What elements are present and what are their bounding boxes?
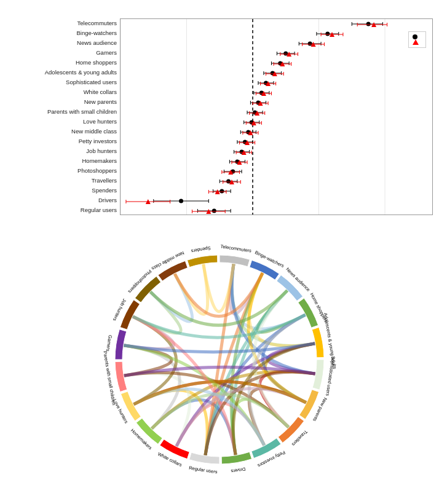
y-label-0: Telecommuters xyxy=(6,18,117,28)
svg-point-32 xyxy=(283,52,288,56)
svg-point-136 xyxy=(226,179,231,184)
legend-dot-black xyxy=(413,34,417,39)
figure-container: TelecommutersBinge-watchersNews audience… xyxy=(0,0,439,495)
svg-point-152 xyxy=(179,199,183,203)
y-label-18: Drivers xyxy=(6,195,117,205)
y-label-8: New parents xyxy=(6,97,117,107)
chord-center xyxy=(123,263,316,456)
svg-point-160 xyxy=(212,209,216,213)
chart-body: TelecommutersBinge-watchersNews audience… xyxy=(6,18,433,215)
y-label-19: Regular users xyxy=(6,205,117,215)
y-label-11: New middle class xyxy=(6,127,117,136)
y-label-3: Gamers xyxy=(6,48,117,58)
y-label-13: Job hunters xyxy=(6,146,117,156)
svg-point-16 xyxy=(325,32,330,36)
y-label-9: Parents with small children xyxy=(6,107,117,117)
y-axis-labels: TelecommutersBinge-watchersNews audience… xyxy=(6,18,120,215)
svg-point-144 xyxy=(220,189,224,194)
chord-label-0: Telecommuters xyxy=(220,243,252,253)
legend-triangle-red xyxy=(413,39,419,45)
y-label-12: Petty investors xyxy=(6,136,117,146)
legend-item-2 xyxy=(413,39,422,45)
y-label-15: Photoshoppers xyxy=(6,166,117,176)
y-label-4: Home shoppers xyxy=(6,58,117,68)
y-label-2: News audience xyxy=(6,38,117,48)
panel-b: TelecommutersBinge-watchersNews audience… xyxy=(6,227,433,489)
panel-a: TelecommutersBinge-watchersNews audience… xyxy=(6,7,433,215)
chord-label-5: Sophisticated users xyxy=(325,356,336,396)
chord-label-9: Drivers xyxy=(231,467,246,474)
y-label-16: Travellers xyxy=(6,176,117,186)
chord-label-10: Regular users xyxy=(189,465,218,475)
y-label-17: Spenders xyxy=(6,186,117,195)
plot-svg xyxy=(121,19,432,215)
svg-point-24 xyxy=(308,42,312,46)
plot-area xyxy=(120,18,433,215)
chord-diagram: TelecommutersBinge-watchersNews audience… xyxy=(78,230,361,489)
y-label-7: White collars xyxy=(6,87,117,97)
y-label-14: Homemakers xyxy=(6,156,117,166)
chord-label-15: Gamers xyxy=(105,335,113,352)
top-axis xyxy=(120,7,433,17)
chord-label-19: Spenders xyxy=(191,245,211,254)
y-label-5: Adolescents & young adults xyxy=(6,68,117,77)
svg-point-8 xyxy=(366,22,371,26)
chord-label-14: Parents with small children xyxy=(102,350,117,405)
legend-item-1 xyxy=(413,34,422,39)
chord-container: TelecommutersBinge-watchersNews audience… xyxy=(6,230,433,489)
y-label-6: Sophisticated users xyxy=(6,77,117,87)
y-label-1: Binge-watchers xyxy=(6,28,117,38)
y-label-10: Love hunters xyxy=(6,117,117,127)
legend xyxy=(408,31,426,48)
